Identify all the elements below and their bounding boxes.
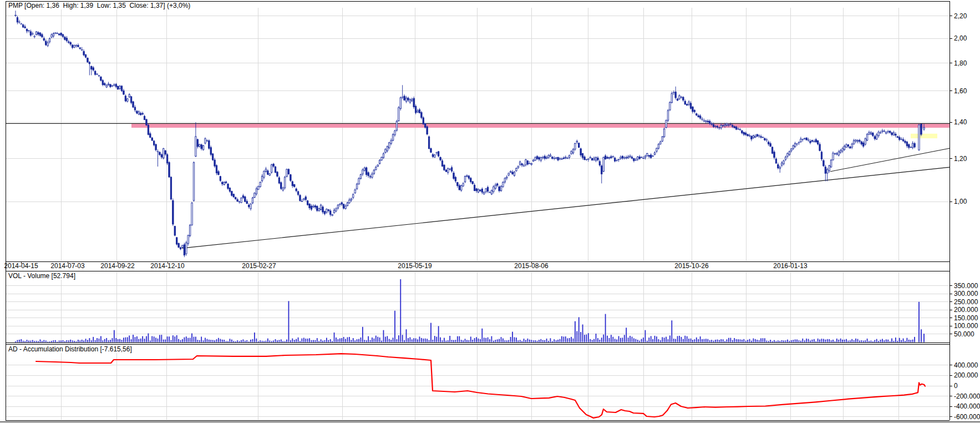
ad-axis-tick-label: -600.000 (954, 413, 980, 421)
date-axis-tick-label: 2015-10-26 (674, 262, 709, 270)
price-axis-tick-label: 2,00 (954, 34, 967, 42)
date-axis-tick-label: 2014-09-22 (100, 262, 135, 270)
chart-application-window: 2,202,001,801,601,401,201,00350.000300.0… (0, 0, 980, 423)
ad-axis-tick-label: 0 (954, 382, 958, 390)
ad-panel-title: AD - Accumulation Distribution [-7.615,5… (7, 345, 134, 353)
volume-axis-tick-label: 100.000 (954, 322, 978, 330)
price-axis-tick-label: 1,80 (954, 59, 967, 67)
ad-axis-tick-label: -200.000 (954, 392, 980, 400)
date-axis-tick-label: 2014-04-15 (4, 262, 38, 270)
ad-axis-tick-label: -400.000 (954, 402, 980, 410)
price-axis-tick-label: 1,40 (954, 118, 967, 126)
date-axis-tick-label: 2015-08-06 (514, 262, 549, 270)
date-axis-tick-label: 2016-01-13 (773, 262, 808, 270)
volume-axis-tick-label: 200.000 (954, 306, 978, 314)
ad-plot-area[interactable] (6, 345, 949, 421)
chart-canvas: 2,202,001,801,601,401,201,00350.000300.0… (0, 0, 980, 423)
price-axis-tick-label: 2,20 (954, 12, 967, 20)
price-plot-area[interactable] (6, 1, 949, 261)
volume-axis-tick-label: 250.000 (954, 298, 978, 306)
date-axis-tick-label: 2014-07-03 (50, 262, 85, 270)
price-axis-tick-label: 1,20 (954, 155, 967, 163)
ad-axis-tick-label: 200.000 (954, 371, 978, 379)
ad-axis-tick-label: 400.000 (954, 361, 978, 369)
date-axis-tick-label: 2015-05-19 (398, 262, 432, 270)
volume-axis-tick-label: 150.000 (954, 314, 978, 322)
price-axis-tick-label: 1,00 (954, 198, 967, 205)
volume-plot-area[interactable] (6, 271, 949, 343)
volume-axis-tick-label: 350.000 (954, 282, 978, 290)
volume-axis-tick-label: 50.000 (954, 330, 974, 338)
date-axis-tick-label: 2015-02-27 (242, 262, 276, 270)
price-axis-tick-label: 1,60 (954, 87, 967, 95)
date-axis-tick-label: 2014-12-10 (150, 262, 185, 270)
volume-axis-tick-label: 300.000 (954, 290, 978, 298)
price-panel-title: PMP [Open: 1,36 High: 1,39 Low: 1,35 Clo… (7, 2, 192, 9)
volume-panel-title: VOL - Volume [52.794] (7, 272, 77, 280)
